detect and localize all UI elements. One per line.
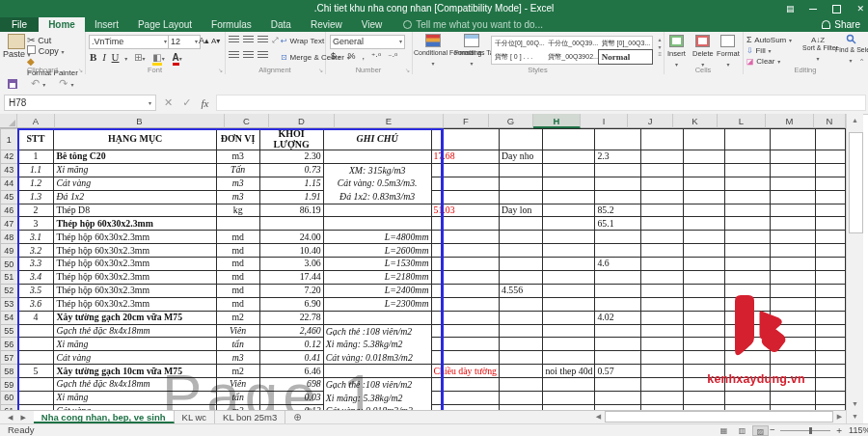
column-header-K[interactable]: K	[673, 114, 718, 128]
cell-D48[interactable]: 24.00	[259, 231, 323, 244]
cell-L1[interactable]	[724, 129, 770, 150]
cell-G58[interactable]	[499, 365, 542, 378]
fill-button[interactable]: ⇩ Fill ▾	[746, 44, 772, 55]
font-name-combo[interactable]: .VnTime▾	[89, 35, 170, 49]
alignment-dialog-launcher[interactable]: ↘	[318, 67, 323, 73]
cell-style-normal[interactable]: Normal	[599, 50, 652, 64]
align-left-icon[interactable]	[229, 51, 239, 59]
cell-J56[interactable]	[640, 338, 683, 351]
cell-G52[interactable]: 4.556	[499, 284, 542, 297]
cell-A49[interactable]: 3.2	[17, 244, 54, 258]
cell-N51[interactable]	[815, 271, 845, 285]
clipboard-dialog-launcher[interactable]: ↘	[78, 67, 83, 73]
cell-B48[interactable]: Thép hộp 60x30x2.3mm	[54, 231, 216, 244]
align-bottom-icon[interactable]	[258, 36, 268, 43]
cell-E42[interactable]	[323, 150, 431, 164]
gallery-down-button[interactable]: ▾	[658, 43, 662, 50]
cell-C51[interactable]: md	[216, 271, 259, 285]
new-sheet-button[interactable]: ⊕	[285, 411, 309, 423]
cell-I51[interactable]	[595, 271, 640, 285]
cell-E46[interactable]	[323, 204, 431, 217]
cell-B46[interactable]: Thép D8	[54, 204, 216, 217]
cell-H60[interactable]	[543, 392, 595, 405]
cell-N49[interactable]	[815, 244, 845, 258]
cell-B50[interactable]: Thép hộp 60x30x2.3mm	[54, 258, 216, 271]
cell-N1[interactable]	[815, 129, 845, 150]
cell-J1[interactable]	[640, 129, 683, 150]
cell-B54[interactable]: Xây tường gạch 20cm vữa M75	[54, 311, 216, 324]
cell-C43[interactable]: Tấn	[216, 163, 259, 177]
cell-D45[interactable]: 1.91	[259, 190, 323, 204]
sheet-nav-left-icon[interactable]: ◀	[8, 414, 13, 422]
clear-button[interactable]: ◪ Clear ▾	[746, 55, 780, 66]
ribbon-display-options-icon[interactable]: ▤	[786, 4, 795, 14]
cell-N44[interactable]	[815, 177, 845, 190]
tab-page-layout[interactable]: Page Layout	[128, 17, 202, 32]
redo-button[interactable]: ↷ ▾	[59, 77, 73, 90]
cell-C53[interactable]: md	[216, 297, 259, 311]
cell-N47[interactable]	[815, 217, 845, 231]
cell-L45[interactable]	[724, 190, 770, 204]
cell-A58[interactable]: 5	[17, 365, 54, 378]
cell-E43[interactable]: XM: 315kg/m3Cát vàng: 0.5m3/m3.Đá 1x2: 0…	[323, 163, 431, 204]
cell-M60[interactable]	[770, 392, 815, 405]
cell-M46[interactable]	[770, 204, 815, 217]
cell-C48[interactable]: md	[216, 231, 259, 244]
cell-M45[interactable]	[770, 190, 815, 204]
percent-style-button[interactable]: %	[348, 51, 356, 61]
cell-A59[interactable]	[17, 378, 54, 392]
cell-G46[interactable]: Day lon	[499, 204, 542, 217]
row-header-57[interactable]: 57	[1, 351, 18, 365]
cell-C1[interactable]: ĐƠN VỊ	[216, 129, 259, 150]
align-top-icon[interactable]	[229, 36, 239, 43]
cell-B45[interactable]: Đá 1x2	[54, 190, 216, 204]
cell-N59[interactable]	[815, 378, 845, 392]
cell-K50[interactable]	[683, 258, 724, 271]
cell-L60[interactable]	[724, 392, 770, 405]
comma-style-button[interactable]: ,	[363, 51, 366, 61]
cell-I44[interactable]	[595, 177, 640, 190]
cell-N60[interactable]	[815, 392, 845, 405]
format-cells-button[interactable]: Format▾	[717, 35, 740, 68]
select-all-corner[interactable]	[0, 114, 17, 128]
row-header-45[interactable]: 45	[1, 190, 18, 204]
row-header-43[interactable]: 43	[1, 163, 18, 177]
cell-E49[interactable]: L=2600mm	[323, 244, 431, 258]
font-size-combo[interactable]: 12▾	[168, 35, 201, 49]
cell-I60[interactable]	[595, 392, 640, 405]
column-header-B[interactable]: B	[55, 114, 225, 128]
cell-J44[interactable]	[640, 177, 683, 190]
cancel-icon[interactable]: ✕	[164, 96, 173, 109]
tell-me-box[interactable]: Tell me what you want to do...	[392, 17, 543, 32]
row-header-51[interactable]: 51	[1, 271, 18, 285]
delete-cells-button[interactable]: Delete▾	[692, 35, 714, 68]
cell-J45[interactable]	[640, 190, 683, 204]
cell-J59[interactable]	[640, 378, 683, 392]
cell-G55[interactable]	[499, 324, 542, 338]
cell-D54[interactable]: 22.78	[259, 311, 323, 324]
cell-G51[interactable]	[499, 271, 542, 285]
cell-B53[interactable]: Thép hộp 60x30x2.3mm	[54, 297, 216, 311]
row-header-55[interactable]: 55	[1, 324, 18, 338]
cell-H43[interactable]	[543, 163, 595, 177]
cell-I45[interactable]	[595, 190, 640, 204]
close-button[interactable]: ✕	[856, 4, 864, 14]
cell-C45[interactable]: m3	[216, 190, 259, 204]
tab-formulas[interactable]: Formulas	[202, 17, 261, 32]
cell-B42[interactable]: Bê tông C20	[54, 150, 216, 164]
cell-B47[interactable]: Thép hộp 60x30x2.3mm	[54, 217, 216, 231]
font-dialog-launcher[interactable]: ↘	[218, 67, 223, 73]
page-layout-view-button[interactable]: ▥	[734, 425, 750, 436]
sheet-tab-0[interactable]: Nha cong nhan, bep, ve sinh	[34, 411, 175, 423]
cell-K1[interactable]	[683, 129, 724, 150]
cell-A57[interactable]	[17, 351, 54, 365]
cell-L50[interactable]	[724, 258, 770, 271]
cell-C55[interactable]: Viên	[216, 324, 259, 338]
cell-D47[interactable]	[259, 217, 323, 231]
tab-file[interactable]: File	[0, 17, 39, 32]
column-header-A[interactable]: A	[17, 114, 55, 128]
cell-M47[interactable]	[770, 217, 815, 231]
undo-button[interactable]: ↶ ▾	[31, 77, 45, 90]
column-header-J[interactable]: J	[628, 114, 673, 128]
cell-C49[interactable]: md	[216, 244, 259, 258]
